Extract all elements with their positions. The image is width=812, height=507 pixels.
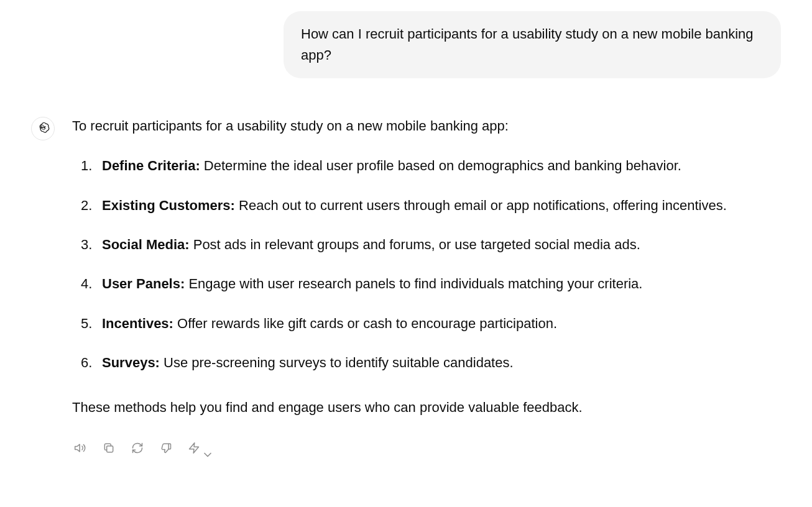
assistant-intro: To recruit participants for a usability …	[72, 116, 781, 137]
regenerate-icon	[131, 439, 144, 460]
list-item: Surveys: Use pre-screening surveys to id…	[102, 351, 781, 374]
step-desc: Engage with user research panels to find…	[185, 276, 642, 291]
user-message: How can I recruit participants for a usa…	[284, 11, 781, 78]
step-desc: Use pre-screening surveys to identify su…	[160, 355, 514, 370]
assistant-closing: These methods help you find and engage u…	[72, 397, 781, 418]
speaker-icon	[74, 439, 86, 460]
list-item: User Panels: Engage with user research p…	[102, 272, 781, 295]
chevron-down-icon	[201, 446, 209, 454]
step-term: User Panels:	[102, 276, 185, 291]
step-desc: Determine the ideal user profile based o…	[200, 158, 681, 173]
assistant-row: To recruit participants for a usability …	[31, 116, 781, 457]
user-message-row: How can I recruit participants for a usa…	[31, 11, 781, 78]
step-desc: Offer rewards like gift cards or cash to…	[173, 316, 557, 331]
list-item: Existing Customers: Reach out to current…	[102, 194, 781, 217]
assistant-content: To recruit participants for a usability …	[72, 116, 781, 457]
openai-logo-icon	[36, 121, 50, 137]
step-term: Surveys:	[102, 355, 160, 370]
speak-aloud-button[interactable]	[73, 443, 87, 457]
list-item: Incentives: Offer rewards like gift card…	[102, 312, 781, 335]
step-term: Existing Customers:	[102, 198, 235, 213]
svg-rect-1	[107, 445, 113, 452]
step-term: Incentives:	[102, 316, 173, 331]
regenerate-button[interactable]	[131, 443, 144, 457]
step-desc: Post ads in relevant groups and forums, …	[190, 237, 640, 252]
thumbs-down-icon	[160, 439, 172, 460]
assistant-avatar	[31, 117, 55, 140]
list-item: Social Media: Post ads in relevant group…	[102, 233, 781, 256]
svg-marker-0	[75, 444, 80, 452]
copy-button[interactable]	[102, 443, 116, 457]
lightning-icon	[188, 439, 200, 460]
svg-marker-2	[190, 442, 199, 453]
step-term: Social Media:	[102, 237, 190, 252]
step-desc: Reach out to current users through email…	[235, 198, 727, 213]
action-bar	[72, 443, 781, 457]
copy-icon	[103, 439, 115, 460]
user-message-text: How can I recruit participants for a usa…	[301, 26, 754, 63]
list-item: Define Criteria: Determine the ideal use…	[102, 154, 781, 177]
chat-container: How can I recruit participants for a usa…	[0, 0, 812, 457]
model-switch-button[interactable]	[188, 443, 209, 457]
step-term: Define Criteria:	[102, 158, 200, 173]
steps-list: Define Criteria: Determine the ideal use…	[72, 154, 781, 374]
dislike-button[interactable]	[159, 443, 173, 457]
